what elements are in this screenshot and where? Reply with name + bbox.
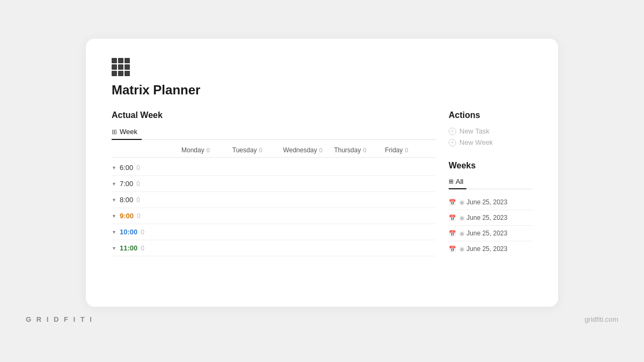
day-header-thursday: Thursday 0: [334, 146, 385, 154]
weeks-section: Weeks ⊞ All 📅 ◉ June 25, 2023: [449, 161, 532, 256]
calendar-icon: 📅: [449, 215, 456, 221]
chevron-icon: ▼: [112, 246, 116, 251]
chevron-icon: ▼: [112, 165, 116, 171]
actions-title: Actions: [449, 110, 532, 120]
new-task-label: New Task: [459, 127, 489, 135]
main-card: Matrix Planner Actual Week ⊞ Week: [86, 39, 558, 307]
time-row: ▼ 9:00 0: [112, 208, 436, 224]
day-count-tuesday: 0: [259, 147, 262, 153]
actions-section: Actions New Task New Week: [449, 110, 532, 148]
time-count-1000: 0: [141, 228, 144, 236]
new-week-label: New Week: [459, 138, 493, 146]
footer: G R I D F I T I gridfiti.com: [0, 315, 644, 323]
time-row: ▼ 11:00 0: [112, 240, 436, 256]
time-count-800: 0: [136, 196, 140, 204]
time-label-600: 6:00: [120, 164, 133, 172]
week-tab-bar: ⊞ Week: [112, 125, 436, 140]
day-header-wednesday: Wednesday 0: [283, 146, 334, 154]
chevron-icon: ▼: [112, 230, 116, 235]
day-header-tuesday: Tuesday 0: [232, 146, 283, 154]
day-label-tuesday: Tuesday: [232, 146, 257, 154]
weeks-tab-label: All: [456, 178, 463, 186]
actual-week-title: Actual Week: [112, 110, 436, 120]
week-date-3: ◉ June 25, 2023: [459, 245, 507, 253]
time-count-1100: 0: [141, 245, 144, 252]
new-week-action[interactable]: New Week: [449, 137, 532, 148]
week-list-item[interactable]: 📅 ◉ June 25, 2023: [449, 195, 532, 210]
day-headers: Monday 0 Tuesday 0 Wednesday 0 Thursda: [112, 146, 436, 158]
day-count-friday: 0: [405, 147, 408, 153]
chevron-icon: ▼: [112, 181, 116, 187]
time-label-1000: 10:00: [120, 228, 137, 236]
app-icon: [112, 58, 131, 77]
footer-brand-left: G R I D F I T I: [26, 315, 93, 323]
time-cell-900: ▼ 9:00 0: [112, 212, 181, 220]
icon-cell: [118, 64, 123, 70]
time-label-700: 7:00: [120, 180, 133, 188]
day-header-friday: Friday 0: [385, 146, 436, 154]
calendar-grid: Monday 0 Tuesday 0 Wednesday 0 Thursda: [112, 146, 436, 256]
time-cell-600: ▼ 6:00 0: [112, 164, 181, 172]
week-list-item[interactable]: 📅 ◉ June 25, 2023: [449, 210, 532, 226]
week-date-2: ◉ June 25, 2023: [459, 230, 507, 237]
main-content: Actual Week ⊞ Week Monday 0: [112, 110, 532, 287]
day-label-friday: Friday: [385, 146, 402, 154]
time-row: ▼ 8:00 0: [112, 192, 436, 208]
weeks-tab-bar: ⊞ All: [449, 176, 532, 189]
day-count-monday: 0: [207, 147, 210, 153]
day-label-monday: Monday: [181, 146, 204, 154]
header-section: Matrix Planner: [112, 58, 532, 98]
icon-cell: [125, 64, 130, 70]
page-wrapper: Matrix Planner Actual Week ⊞ Week: [0, 0, 644, 362]
day-header-monday: Monday 0: [181, 146, 232, 154]
left-panel: Actual Week ⊞ Week Monday 0: [112, 110, 436, 287]
time-count-600: 0: [136, 164, 140, 172]
time-cell-1000: ▼ 10:00 0: [112, 228, 181, 236]
calendar-icon: 📅: [449, 199, 456, 206]
icon-cell: [112, 71, 117, 76]
new-week-icon: [449, 139, 456, 146]
time-cell-1100: ▼ 11:00 0: [112, 244, 181, 252]
icon-cell: [112, 58, 117, 63]
icon-cell: [118, 58, 123, 63]
time-row: ▼ 6:00 0: [112, 160, 436, 176]
week-tab-label: Week: [120, 128, 137, 136]
time-label-900: 9:00: [120, 212, 134, 220]
weeks-title: Weeks: [449, 161, 532, 171]
week-tab-icon: ⊞: [112, 128, 117, 136]
time-label-800: 8:00: [120, 196, 133, 204]
time-count-700: 0: [136, 180, 140, 188]
right-panel: Actions New Task New Week Weeks: [436, 110, 532, 287]
day-label-wednesday: Wednesday: [283, 146, 317, 154]
week-tab[interactable]: ⊞ Week: [112, 125, 142, 140]
week-date-1: ◉ June 25, 2023: [459, 214, 507, 221]
time-label-1100: 11:00: [120, 244, 137, 252]
new-task-icon: [449, 128, 456, 135]
week-list-item[interactable]: 📅 ◉ June 25, 2023: [449, 226, 532, 241]
chevron-icon: ▼: [112, 197, 116, 203]
icon-cell: [125, 58, 130, 63]
time-cell-800: ▼ 8:00 0: [112, 196, 181, 204]
calendar-icon: 📅: [449, 230, 456, 237]
day-label-thursday: Thursday: [334, 146, 361, 154]
time-row: ▼ 7:00 0: [112, 176, 436, 192]
time-count-900: 0: [137, 212, 141, 220]
day-count-wednesday: 0: [319, 147, 323, 153]
weeks-tab-icon: ⊞: [449, 178, 453, 185]
weeks-tab-all[interactable]: ⊞ All: [449, 176, 466, 189]
calendar-icon: 📅: [449, 246, 456, 253]
new-task-action[interactable]: New Task: [449, 125, 532, 137]
app-title: Matrix Planner: [112, 83, 532, 98]
icon-cell: [118, 71, 123, 76]
day-header-spacer: [112, 146, 181, 154]
time-rows: ▼ 6:00 0: [112, 160, 436, 256]
chevron-icon: ▼: [112, 213, 116, 219]
day-count-thursday: 0: [363, 147, 366, 153]
week-list: 📅 ◉ June 25, 2023 📅 ◉ June 25, 2023 📅 ◉ …: [449, 195, 532, 256]
time-cell-700: ▼ 7:00 0: [112, 180, 181, 188]
week-list-item[interactable]: 📅 ◉ June 25, 2023: [449, 241, 532, 256]
icon-cell: [112, 64, 117, 70]
icon-cell: [125, 71, 130, 76]
time-row: ▼ 10:00 0: [112, 224, 436, 240]
footer-brand-right: gridfiti.com: [584, 315, 618, 323]
